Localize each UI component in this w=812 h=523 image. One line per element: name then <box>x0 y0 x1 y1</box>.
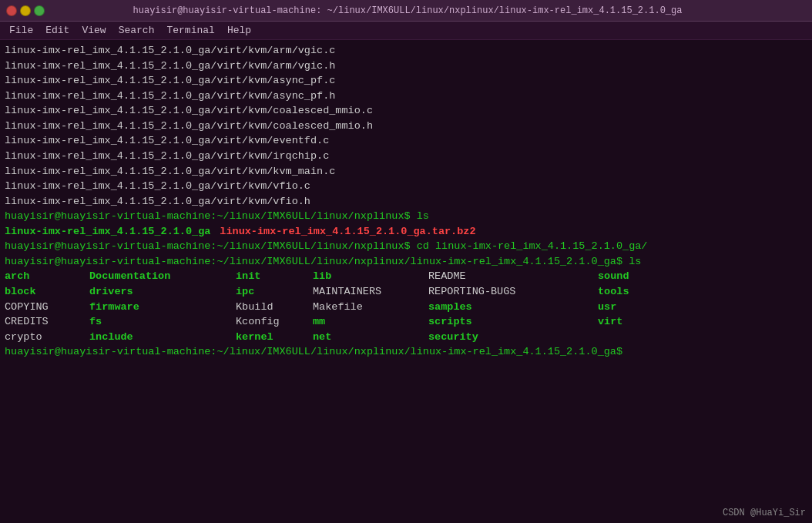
menu-search[interactable]: Search <box>112 23 161 38</box>
ls-virt: virt <box>598 314 690 330</box>
ls-lib: lib <box>313 269 428 284</box>
prompt-final: huayisir@huayisir-virtual-machine:~/linu… <box>5 344 807 360</box>
ls-kconfig: Kconfig <box>236 314 313 330</box>
output-line-7: linux-imx-rel_imx_4.1.15_2.1.0_ga/virt/k… <box>5 133 807 149</box>
menu-edit[interactable]: Edit <box>39 23 75 38</box>
ls-credits: CREDITS <box>5 314 89 330</box>
ls-kbuild: Kbuild <box>236 300 313 315</box>
title-bar: huayisir@huayisir-virtual-machine: ~/lin… <box>0 0 812 22</box>
ls-dir: linux-imx-rel_imx_4.1.15_2.1.0_ga <box>5 224 210 240</box>
ls-fs: fs <box>89 314 236 330</box>
ls-makefile: Makefile <box>313 300 428 315</box>
ls-readme: README <box>428 269 598 284</box>
ls-maintainers: MAINTAINERS <box>313 284 428 300</box>
output-line-6: linux-imx-rel_imx_4.1.15_2.1.0_ga/virt/k… <box>5 119 807 134</box>
ls-mm: mm <box>313 314 428 330</box>
ls-include: include <box>89 330 236 345</box>
ls-kernel: kernel <box>236 330 313 345</box>
output-line-10: linux-imx-rel_imx_4.1.15_2.1.0_ga/virt/k… <box>5 179 807 194</box>
title-bar-text: huayisir@huayisir-virtual-machine: ~/lin… <box>45 5 770 16</box>
ls-firmware: firmware <box>89 300 236 315</box>
output-line-8: linux-imx-rel_imx_4.1.15_2.1.0_ga/virt/k… <box>5 149 807 164</box>
output-line-9: linux-imx-rel_imx_4.1.15_2.1.0_ga/virt/k… <box>5 164 807 179</box>
output-line-2: linux-imx-rel_imx_4.1.15_2.1.0_ga/virt/k… <box>5 59 807 74</box>
ls-tools: tools <box>598 284 690 300</box>
prompt-ls1: huayisir@huayisir-virtual-machine:~/linu… <box>5 209 807 224</box>
ls-reporting-bugs: REPORTING-BUGS <box>428 284 598 300</box>
output-line-3: linux-imx-rel_imx_4.1.15_2.1.0_ga/virt/k… <box>5 73 807 89</box>
output-line-11: linux-imx-rel_imx_4.1.15_2.1.0_ga/virt/k… <box>5 194 807 210</box>
ls-init: init <box>236 269 313 284</box>
terminal-body[interactable]: linux-imx-rel_imx_4.1.15_2.1.0_ga/virt/k… <box>0 40 812 523</box>
ls-samples: samples <box>428 300 598 315</box>
ls-copying: COPYING <box>5 300 89 315</box>
ls-arch: arch <box>5 269 89 284</box>
prompt-cd: huayisir@huayisir-virtual-machine:~/linu… <box>5 239 807 254</box>
maximize-button[interactable] <box>34 5 45 16</box>
ls-block: block <box>5 284 89 300</box>
ls-output-line: linux-imx-rel_imx_4.1.15_2.1.0_ga linux-… <box>5 224 807 240</box>
minimize-button[interactable] <box>20 5 31 16</box>
window-controls[interactable] <box>6 5 45 16</box>
ls-ipc: ipc <box>236 284 313 300</box>
ls-usr: usr <box>598 300 690 315</box>
ls-empty <box>598 330 690 345</box>
output-line-1: linux-imx-rel_imx_4.1.15_2.1.0_ga/virt/k… <box>5 43 807 59</box>
output-line-4: linux-imx-rel_imx_4.1.15_2.1.0_ga/virt/k… <box>5 89 807 104</box>
menu-file[interactable]: File <box>3 23 39 38</box>
menu-bar: File Edit View Search Terminal Help <box>0 22 812 40</box>
ls-crypto: crypto <box>5 330 89 345</box>
ls-documentation: Documentation <box>89 269 236 284</box>
menu-view[interactable]: View <box>75 23 112 38</box>
output-line-5: linux-imx-rel_imx_4.1.15_2.1.0_ga/virt/k… <box>5 103 807 119</box>
watermark: CSDN @HuaYi_Sir <box>723 508 806 518</box>
menu-terminal[interactable]: Terminal <box>160 23 220 38</box>
ls-security: security <box>428 330 598 345</box>
close-button[interactable] <box>6 5 17 16</box>
ls-grid: arch Documentation init lib README sound… <box>5 269 807 344</box>
menu-help[interactable]: Help <box>221 23 257 38</box>
ls-tar: linux-imx-rel_imx_4.1.15_2.1.0_ga.tar.bz… <box>220 224 475 240</box>
ls-net: net <box>313 330 428 345</box>
ls-sound: sound <box>598 269 690 284</box>
ls-drivers: drivers <box>89 284 236 300</box>
ls-scripts: scripts <box>428 314 598 330</box>
prompt-ls2: huayisir@huayisir-virtual-machine:~/linu… <box>5 254 807 270</box>
